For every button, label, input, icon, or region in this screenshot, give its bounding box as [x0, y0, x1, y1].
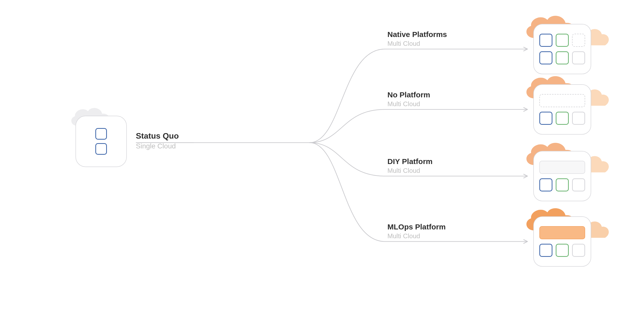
module-tile-icon — [572, 51, 585, 64]
module-box-icon — [95, 128, 107, 140]
module-tile-icon — [572, 112, 585, 125]
tile-row — [539, 34, 585, 47]
dest-card — [533, 216, 591, 267]
source-label: Status Quo Single Cloud — [136, 131, 179, 150]
branch-label-native: Native Platforms Multi Cloud — [387, 30, 447, 48]
branch-label-noplatform: No Platform Multi Cloud — [387, 91, 430, 108]
branch-label-diy: DIY Platform Multi Cloud — [387, 157, 433, 175]
source-subtitle: Single Cloud — [136, 142, 179, 150]
branch-title: No Platform — [387, 91, 430, 99]
branch-title: MLOps Platform — [387, 223, 446, 231]
module-tile-icon — [556, 244, 569, 257]
branch-subtitle: Multi Cloud — [387, 232, 446, 240]
module-tile-icon — [539, 34, 552, 47]
branch-subtitle: Multi Cloud — [387, 100, 430, 108]
branch-label-mlops: MLOps Platform Multi Cloud — [387, 223, 446, 240]
tile-row — [539, 161, 585, 174]
module-wide-solid-icon — [539, 161, 585, 174]
tile-row — [539, 112, 585, 125]
dest-card — [533, 24, 591, 74]
module-tile-dashed-icon — [572, 34, 585, 47]
module-tile-icon — [572, 244, 585, 257]
module-tile-icon — [556, 112, 569, 125]
tile-row — [539, 244, 585, 257]
module-tile-icon — [556, 178, 569, 191]
tile-row — [539, 178, 585, 191]
tile-row — [539, 94, 585, 107]
branch-title: DIY Platform — [387, 157, 433, 166]
module-wide-mlops-icon — [539, 226, 585, 239]
tile-row — [539, 51, 585, 64]
module-box-icon — [95, 143, 107, 155]
module-tile-icon — [556, 34, 569, 47]
branch-subtitle: Multi Cloud — [387, 167, 433, 175]
dest-card — [533, 151, 591, 201]
module-tile-icon — [539, 112, 552, 125]
module-tile-icon — [539, 178, 552, 191]
diagram-canvas: Status Quo Single Cloud Native Platforms… — [0, 0, 644, 322]
module-wide-dashed-icon — [539, 94, 585, 107]
module-tile-icon — [572, 178, 585, 191]
tile-row — [539, 226, 585, 239]
branch-title: Native Platforms — [387, 30, 447, 39]
dest-card — [533, 84, 591, 135]
source-card — [75, 116, 127, 167]
source-title: Status Quo — [136, 131, 179, 141]
module-tile-icon — [539, 51, 552, 64]
module-tile-icon — [556, 51, 569, 64]
branch-subtitle: Multi Cloud — [387, 40, 447, 48]
module-tile-icon — [539, 244, 552, 257]
